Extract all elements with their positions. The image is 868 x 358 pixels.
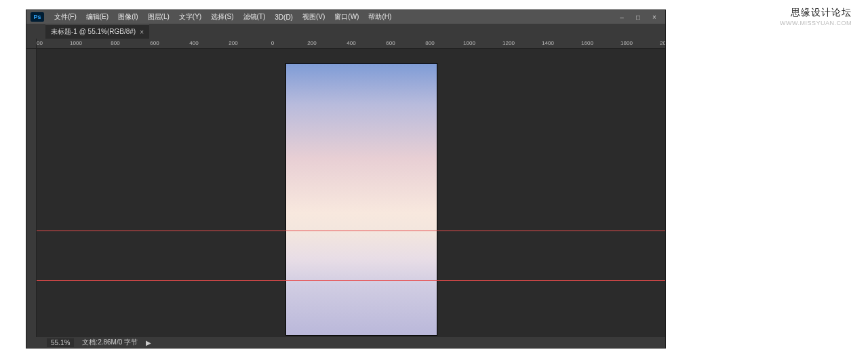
menu-3d[interactable]: 3D(D) xyxy=(270,14,298,21)
close-button[interactable]: × xyxy=(650,14,658,21)
ruler-tick: 2000 xyxy=(660,40,665,46)
ruler-tick: 400 xyxy=(347,40,355,46)
menu-edit[interactable]: 编辑(E) xyxy=(81,12,113,22)
ruler-tick: 200 xyxy=(229,40,237,46)
workspace: 1200100080060040020002004006008001000120… xyxy=(26,39,665,337)
document-tab-title: 未标题-1 @ 55.1%(RGB/8#) xyxy=(51,27,136,37)
menu-file[interactable]: 文件(F) xyxy=(50,12,81,22)
ruler-tick: 800 xyxy=(425,40,434,46)
canvas-viewport[interactable] xyxy=(37,49,665,337)
menu-bar: Ps 文件(F) 编辑(E) 图像(I) 图层(L) 文字(Y) 选择(S) 滤… xyxy=(26,10,665,24)
watermark: 思缘设计论坛 WWW.MISSYUAN.COM xyxy=(780,7,852,26)
minimize-button[interactable]: – xyxy=(618,14,626,21)
photoshop-window: Ps 文件(F) 编辑(E) 图像(I) 图层(L) 文字(Y) 选择(S) 滤… xyxy=(26,9,666,349)
menu-view[interactable]: 视图(V) xyxy=(298,12,330,22)
ruler-tick: 1000 xyxy=(463,40,475,46)
zoom-level[interactable]: 55.1% xyxy=(47,338,74,347)
menu-image[interactable]: 图像(I) xyxy=(113,12,142,22)
ruler-tick: 1200 xyxy=(502,40,515,46)
ruler-tick: 600 xyxy=(150,40,159,46)
tab-close-icon[interactable]: × xyxy=(140,28,144,36)
document-tab[interactable]: 未标题-1 @ 55.1%(RGB/8#) × xyxy=(45,24,149,39)
document-size-info[interactable]: 文档:2.86M/0 字节 xyxy=(82,338,138,347)
watermark-url: WWW.MISSYUAN.COM xyxy=(780,20,852,26)
horizontal-guide[interactable] xyxy=(37,280,665,281)
ruler-corner[interactable] xyxy=(26,39,37,49)
ruler-tick: 600 xyxy=(386,40,395,46)
ruler-tick: 0 xyxy=(271,40,274,46)
menu-filter[interactable]: 滤镜(T) xyxy=(239,12,271,22)
window-controls: – □ × xyxy=(618,14,665,21)
ruler-tick: 1200 xyxy=(37,40,43,46)
document-tab-bar: 未标题-1 @ 55.1%(RGB/8#) × xyxy=(26,24,665,39)
horizontal-ruler[interactable]: 1200100080060040020002004006008001000120… xyxy=(37,39,665,49)
ruler-tick: 1600 xyxy=(581,40,593,46)
menu-select[interactable]: 选择(S) xyxy=(206,12,238,22)
ruler-tick: 1000 xyxy=(70,40,82,46)
ruler-tick: 800 xyxy=(111,40,119,46)
ruler-tick: 1800 xyxy=(620,40,633,46)
vertical-ruler[interactable] xyxy=(26,49,37,337)
maximize-button[interactable]: □ xyxy=(634,14,642,21)
horizontal-guide[interactable] xyxy=(37,231,665,231)
menu-help[interactable]: 帮助(H) xyxy=(363,12,396,22)
status-bar: 55.1% 文档:2.86M/0 字节 ▶ xyxy=(26,337,665,348)
app-logo-icon: Ps xyxy=(31,12,44,22)
document-canvas[interactable] xyxy=(286,64,437,335)
menu-layer[interactable]: 图层(L) xyxy=(143,12,174,22)
menu-window[interactable]: 窗口(W) xyxy=(330,12,363,22)
menu-type[interactable]: 文字(Y) xyxy=(174,12,206,22)
ruler-tick: 400 xyxy=(189,40,198,46)
ruler-tick: 200 xyxy=(307,40,316,46)
ruler-tick: 1400 xyxy=(542,40,554,46)
status-arrow-icon[interactable]: ▶ xyxy=(146,339,151,346)
watermark-title: 思缘设计论坛 xyxy=(780,7,852,19)
